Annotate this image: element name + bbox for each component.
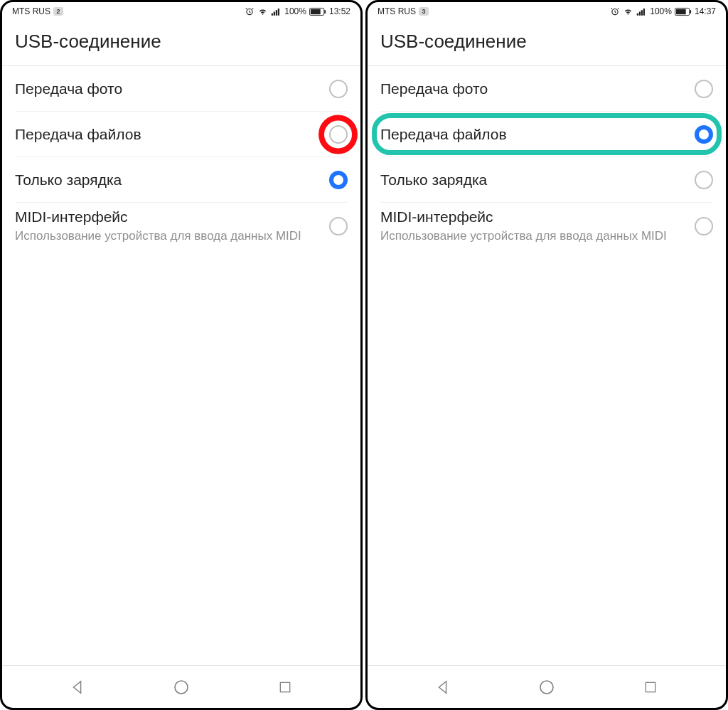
radio-selected-icon[interactable]	[329, 171, 348, 189]
phone-right: MTS RUS 3 100% 14:37 USB-соединение Пере…	[365, 0, 728, 710]
nav-back-button[interactable]	[414, 673, 471, 701]
radio-selected-icon[interactable]	[695, 125, 713, 144]
options-list: Передача фото Передача файлов Только зар…	[368, 66, 726, 665]
radio-unselected-icon[interactable]	[329, 80, 348, 98]
option-label: Передача файлов	[380, 126, 507, 143]
option-label: Передача фото	[15, 80, 122, 97]
radio-unselected-icon[interactable]	[695, 171, 713, 189]
nav-recents-button[interactable]	[257, 673, 314, 701]
nav-home-button[interactable]	[153, 673, 210, 701]
option-file-transfer[interactable]: Передача файлов	[15, 112, 348, 157]
wifi-icon	[257, 6, 268, 16]
carrier-label: MTS RUS	[378, 6, 416, 16]
alarm-icon	[610, 6, 620, 16]
radio-unselected-icon[interactable]	[695, 217, 713, 235]
svg-rect-19	[646, 682, 655, 692]
svg-rect-11	[637, 13, 638, 15]
svg-rect-9	[280, 682, 289, 692]
clock: 14:37	[695, 6, 716, 16]
option-label: MIDI-интерфейс	[15, 208, 301, 226]
option-label: MIDI-интерфейс	[380, 208, 667, 226]
svg-rect-4	[278, 9, 279, 16]
status-right: 100% 14:37	[610, 6, 716, 16]
svg-rect-14	[643, 9, 645, 16]
page-title: USB-соединение	[368, 19, 726, 66]
option-label: Только зарядка	[380, 171, 487, 189]
option-photo-transfer[interactable]: Передача фото	[380, 66, 713, 112]
option-midi[interactable]: MIDI-интерфейс Использование устройства …	[380, 203, 713, 249]
radio-unselected-icon[interactable]	[329, 125, 348, 144]
wifi-icon	[623, 6, 633, 16]
carrier-label: MTS RUS	[12, 6, 50, 16]
svg-rect-17	[690, 10, 691, 14]
status-right: 100% 13:52	[245, 6, 350, 16]
option-midi[interactable]: MIDI-интерфейс Использование устройства …	[15, 203, 348, 249]
svg-point-8	[175, 681, 188, 694]
option-label: Передача файлов	[15, 126, 141, 143]
svg-rect-7	[324, 10, 326, 14]
clock: 13:52	[329, 6, 350, 16]
nav-home-button[interactable]	[518, 673, 575, 701]
nav-bar	[368, 665, 726, 708]
option-photo-transfer[interactable]: Передача фото	[15, 66, 348, 112]
battery-icon	[309, 7, 326, 16]
svg-rect-2	[274, 11, 275, 15]
battery-percent: 100%	[650, 6, 672, 16]
sim-badge: 2	[53, 7, 63, 16]
svg-rect-3	[276, 10, 277, 16]
svg-rect-13	[641, 10, 643, 16]
battery-icon	[675, 7, 692, 16]
page-title: USB-соединение	[2, 19, 360, 66]
status-bar: MTS RUS 2 100% 13:52	[2, 2, 360, 19]
nav-back-button[interactable]	[49, 673, 106, 701]
option-sub: Использование устройства для ввода данны…	[15, 228, 301, 243]
option-charge-only[interactable]: Только зарядка	[15, 157, 348, 203]
option-charge-only[interactable]: Только зарядка	[380, 157, 713, 203]
svg-rect-16	[676, 9, 686, 14]
svg-point-18	[540, 681, 553, 694]
radio-unselected-icon[interactable]	[329, 217, 348, 235]
option-file-transfer[interactable]: Передача файлов	[380, 112, 713, 157]
nav-bar	[2, 665, 360, 708]
signal-icon	[271, 7, 282, 16]
battery-percent: 100%	[284, 6, 306, 16]
phone-left: MTS RUS 2 100% 13:52 USB-соединение Пере…	[0, 0, 363, 710]
sim-badge: 3	[419, 7, 429, 16]
status-left: MTS RUS 3	[378, 6, 429, 16]
option-sub: Использование устройства для ввода данны…	[380, 228, 667, 243]
option-label: Передача фото	[380, 80, 488, 97]
svg-rect-1	[272, 13, 273, 15]
options-list: Передача фото Передача файлов Только зар…	[2, 66, 360, 665]
svg-rect-6	[311, 9, 321, 14]
status-bar: MTS RUS 3 100% 14:37	[368, 2, 726, 19]
nav-recents-button[interactable]	[622, 673, 679, 701]
status-left: MTS RUS 2	[12, 6, 63, 16]
svg-rect-12	[639, 11, 641, 15]
radio-unselected-icon[interactable]	[695, 80, 713, 98]
signal-icon	[636, 7, 647, 16]
option-label: Только зарядка	[15, 171, 122, 189]
alarm-icon	[245, 6, 255, 16]
